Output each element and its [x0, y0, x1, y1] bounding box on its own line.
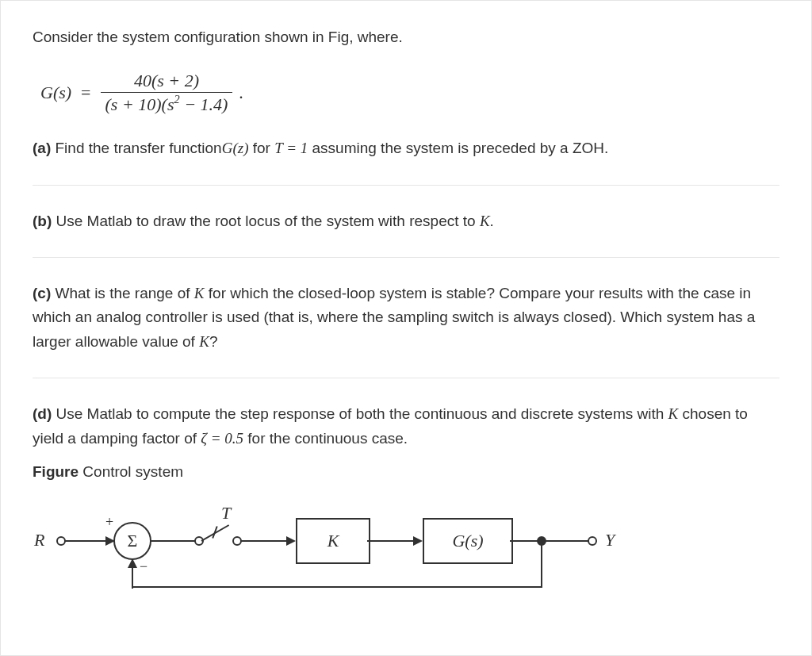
part-a-text-3: assuming the system is preceded by a ZOH…	[308, 140, 608, 156]
divider-3	[33, 378, 779, 378]
figure-caption: Figure Control system	[33, 463, 779, 481]
sigma-symbol: Σ	[128, 531, 138, 551]
wire-r-to-sum	[64, 540, 105, 542]
part-a: (a) Find the transfer functionG(z) for T…	[33, 136, 779, 184]
feedback-vline-down	[541, 541, 542, 587]
part-d-label: (d)	[33, 405, 52, 422]
part-d-zeta: ζ = 0.5	[201, 430, 243, 447]
part-b-text-1: Use Matlab to draw the root locus of the…	[52, 213, 480, 229]
denominator: (s + 10)(s2 − 1.4)	[101, 92, 233, 115]
wire-k-to-g	[367, 540, 413, 542]
equals-sign: =	[81, 82, 90, 103]
part-b-text-2: .	[490, 213, 494, 229]
summing-junction: Σ	[113, 522, 151, 560]
feedback-hline	[132, 586, 542, 588]
part-a-label: (a)	[33, 140, 51, 156]
input-label-R: R	[34, 530, 44, 551]
wire-switch-to-k	[240, 540, 286, 542]
divider-2	[33, 257, 779, 258]
part-a-func: G(z)	[222, 140, 249, 156]
part-d: (d) Use Matlab to compute the step respo…	[33, 402, 779, 458]
part-b: (b) Use Matlab to draw the root locus of…	[33, 209, 779, 257]
wire-sum-to-switch	[150, 540, 196, 542]
problem-page: Consider the system configuration shown …	[0, 0, 812, 656]
output-node	[588, 536, 597, 546]
part-c: (c) What is the range of K for which the…	[33, 282, 779, 378]
divider-1	[33, 185, 779, 186]
gain-K-label: K	[327, 531, 339, 551]
arrow-icon	[413, 536, 423, 546]
sampler-period-T: T	[221, 503, 231, 524]
part-b-label: (b)	[33, 213, 52, 229]
block-diagram: R + Σ − T K G(s)	[33, 493, 651, 604]
arrow-icon	[128, 558, 137, 568]
output-label-Y: Y	[605, 530, 615, 551]
equation-lhs: G(s)	[40, 82, 71, 103]
part-b-var: K	[480, 213, 490, 229]
part-c-label: (c)	[33, 285, 51, 301]
plant-Gs-label: G(s)	[452, 531, 483, 551]
part-c-text-1: What is the range of	[51, 285, 194, 301]
part-c-text-3: ?	[209, 333, 218, 350]
gain-block-K: K	[296, 518, 370, 564]
plus-sign: +	[105, 514, 113, 531]
part-a-cond: T = 1	[274, 140, 308, 156]
transfer-function-equation: G(s) = 40(s + 2) (s + 10)(s2 − 1.4) .	[40, 71, 779, 115]
part-a-text-1: Find the transfer function	[51, 140, 221, 156]
part-a-text-2: for	[248, 140, 274, 156]
equation-period: .	[239, 82, 243, 103]
part-d-var: K	[668, 405, 679, 422]
part-d-text-3: for the continuous case.	[243, 430, 408, 447]
wire-g-to-y	[510, 540, 589, 542]
figure-label-rest: Control system	[79, 463, 183, 480]
plant-block-Gs: G(s)	[423, 518, 513, 564]
figure-label-bold: Figure	[33, 463, 79, 480]
intro-text: Consider the system configuration shown …	[33, 26, 779, 49]
arrow-icon	[286, 536, 296, 546]
part-c-var2: K	[199, 333, 209, 350]
minus-sign: −	[140, 558, 147, 575]
fraction: 40(s + 2) (s + 10)(s2 − 1.4)	[101, 71, 233, 115]
part-c-var: K	[194, 285, 205, 301]
part-d-text-1: Use Matlab to compute the step response …	[52, 405, 668, 422]
numerator: 40(s + 2)	[129, 71, 204, 92]
